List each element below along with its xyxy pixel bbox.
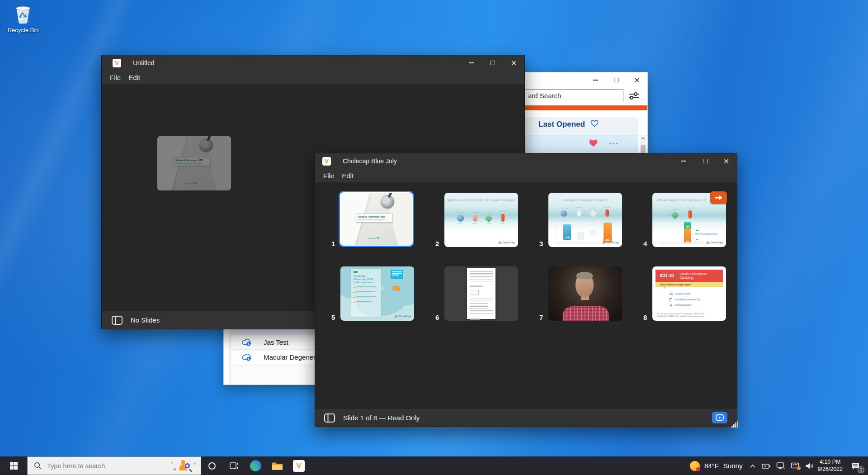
untitled-menubar: File Edit	[102, 71, 524, 84]
slide-7-thumbnail[interactable]	[548, 266, 622, 321]
battery-icon[interactable]	[761, 462, 771, 470]
taskbar-search-box[interactable]: ✦	[27, 456, 201, 475]
taskbar-search-input[interactable]	[46, 462, 170, 470]
edge-browser-button[interactable]	[245, 456, 266, 475]
menu-file[interactable]: File	[323, 172, 334, 180]
taskbar-weather[interactable]: 84°F Sunny	[690, 456, 742, 475]
list-icon	[670, 293, 673, 295]
start-button[interactable]	[0, 456, 27, 475]
menu-file[interactable]: File	[110, 74, 121, 81]
action-center-button[interactable]: 1	[843, 456, 868, 475]
play-icon	[716, 414, 724, 421]
library-search-input[interactable]	[525, 89, 623, 102]
close-icon: ×	[634, 76, 640, 85]
vault-app-icon: V	[293, 460, 305, 472]
list-item-label: Macular Degenera	[264, 353, 319, 361]
slides-panel-toggle-button[interactable]	[112, 316, 123, 325]
search-icon	[34, 462, 42, 470]
slide-6-thumbnail[interactable]	[444, 266, 518, 321]
library-close-button[interactable]: ×	[627, 72, 647, 87]
slide-4-thumbnail[interactable]: Will switching to CholeCap make a dif Zo…	[652, 193, 726, 247]
task-view-icon	[230, 462, 238, 470]
tab-last-opened[interactable]: Last Opened	[538, 120, 585, 129]
cholecap-statusbar: Slide 1 of 8 — Read Only	[315, 409, 737, 427]
slides-panel-toggle-button[interactable]	[324, 413, 335, 423]
scrollbar-up-icon[interactable]	[640, 136, 646, 141]
recycle-bin-shortcut[interactable]: Recycle Bin	[4, 4, 42, 33]
cholecap-logo: CholeCap	[394, 314, 411, 318]
slide-1-thumbnail-selected[interactable]: Howard Herrmann, MD Hospital of the Univ…	[339, 191, 414, 247]
favorite-outline-icon[interactable]	[590, 119, 599, 129]
cholecap-window: V Cholecap Blue July × File Edit 1 Howar…	[315, 153, 737, 427]
next-arrow-button[interactable]	[710, 191, 727, 204]
weather-temp: 84°F	[704, 462, 719, 470]
slide-thumbnail[interactable]: Howard Herrmann, MD Hospital of the Univ…	[157, 136, 231, 190]
clock-time: 4:10 PM	[820, 459, 841, 466]
library-maximize-button[interactable]	[606, 72, 627, 87]
stethoscope-graphic	[199, 138, 213, 152]
folder-icon	[272, 461, 283, 470]
library-minimize-button[interactable]	[585, 72, 606, 87]
window-title: Cholecap Blue July	[343, 157, 397, 165]
task-view-button[interactable]	[223, 456, 245, 475]
app-icon: V	[113, 59, 121, 67]
taskbar: ✦ V	[0, 456, 868, 475]
audio-icon	[670, 304, 673, 307]
name-badge: Howard Herrmann, MD Hospital of the Univ…	[174, 157, 211, 166]
notification-badge: 1	[858, 466, 864, 473]
filter-icon[interactable]	[628, 92, 640, 102]
taskbar-clock[interactable]: 4:10 PM 9/26/2022	[817, 456, 843, 475]
speaker-face-graphic	[576, 273, 594, 297]
slide-2-thumbnail[interactable]: What's your preferred statin, Dr. Howard…	[444, 193, 518, 247]
slide-number: 3	[539, 240, 543, 247]
recycle-bin-label: Recycle Bin	[4, 27, 42, 33]
windows-logo-icon	[10, 462, 18, 470]
arrow-right-icon	[715, 195, 723, 200]
map-text-panel: CholeCap. Preventing CVD in Pennsylvania…	[351, 269, 381, 317]
cholecap-close-button[interactable]: ×	[716, 153, 737, 169]
desktop: Recycle Bin × Last Opened	[0, 0, 868, 475]
slide-number: 2	[435, 240, 439, 247]
menu-edit[interactable]: Edit	[128, 74, 140, 81]
cortana-icon	[208, 462, 216, 470]
recycle-bin-icon	[13, 4, 33, 25]
cholecap-maximize-button[interactable]	[694, 153, 716, 169]
network-icon[interactable]	[776, 462, 785, 470]
close-icon: ×	[511, 58, 517, 67]
search-highlights-graphic[interactable]: ✦	[170, 459, 198, 473]
icd-header: ICD-10 Clinical Concepts for Cardiology	[656, 270, 723, 282]
document-icon	[670, 298, 672, 301]
sidebar-icon	[112, 316, 123, 325]
cholecap-minimize-button[interactable]	[673, 153, 694, 169]
tray-chevron-icon[interactable]	[750, 464, 756, 468]
cortana-button[interactable]	[201, 456, 223, 475]
cloud-download-icon	[242, 338, 252, 347]
close-icon: ×	[724, 157, 729, 166]
map-callout	[391, 270, 403, 279]
slide-5-thumbnail[interactable]: CholeCap. Preventing CVD in Pennsylvania…	[340, 266, 414, 321]
slide-8-thumbnail[interactable]: ICD-10 Clinical Concepts for Cardiology …	[652, 266, 726, 321]
volume-icon[interactable]	[805, 462, 814, 470]
maximize-icon	[491, 61, 495, 65]
untitled-close-button[interactable]: ×	[503, 55, 524, 71]
sidebar-icon	[324, 413, 335, 423]
app-icon: V	[322, 157, 331, 166]
maximize-icon	[703, 159, 708, 163]
remote-session-icon[interactable]	[791, 462, 800, 470]
favorite-filled-icon[interactable]	[588, 138, 599, 149]
slide-3-thumbnail[interactable]: How does Provastatin compare? Pravastati…	[548, 193, 622, 247]
more-options-button[interactable]: •••	[609, 140, 619, 147]
slide-number: 1	[331, 240, 335, 247]
present-button[interactable]	[712, 412, 727, 423]
file-explorer-button[interactable]	[266, 456, 288, 475]
resize-grip[interactable]	[731, 420, 739, 430]
cholecap-logo: CholeCap	[706, 241, 723, 244]
document-page	[467, 268, 495, 319]
edge-icon	[250, 460, 261, 471]
menu-edit[interactable]: Edit	[342, 172, 354, 180]
vault-app-button[interactable]: V	[288, 456, 310, 475]
slide-number: 6	[435, 314, 439, 321]
weather-sun-icon	[690, 461, 700, 471]
untitled-maximize-button[interactable]	[482, 55, 503, 71]
untitled-minimize-button[interactable]	[461, 55, 482, 71]
